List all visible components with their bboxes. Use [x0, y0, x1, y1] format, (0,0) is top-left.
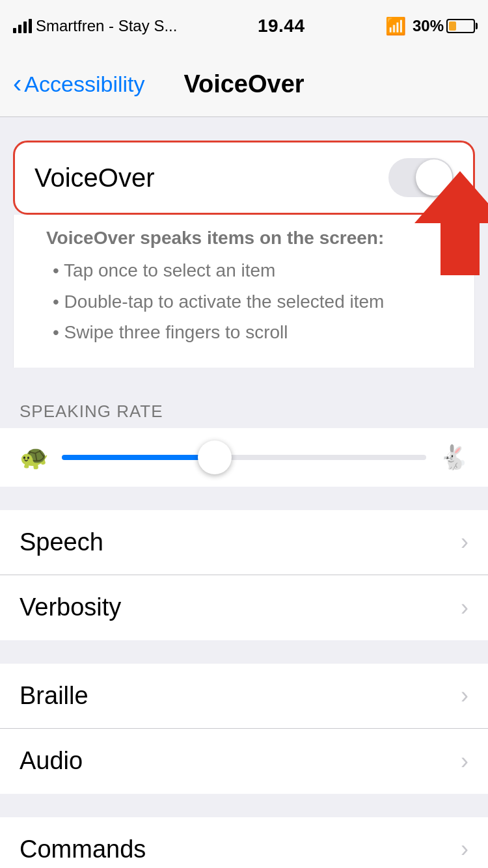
speaking-rate-slider-row[interactable]: 🐢 🐇 [0, 428, 488, 487]
voiceover-desc-text-1: Tap once to select an item [64, 260, 275, 280]
voiceover-desc-title: VoiceOver speaks items on the screen: [46, 228, 442, 249]
speaking-rate-fill [62, 455, 215, 460]
wifi-icon: 📶 [385, 16, 406, 36]
carrier-text: Smartfren - Stay S... [36, 17, 177, 35]
voiceover-desc-item-3: • Swipe three fingers to scroll [46, 317, 442, 348]
section-gap-4 [0, 640, 488, 664]
audio-label: Audio [20, 747, 83, 775]
voiceover-toggle[interactable] [388, 158, 454, 197]
audio-chevron-icon: › [461, 748, 468, 775]
verbosity-chevron-icon: › [461, 594, 468, 621]
toggle-wrapper [388, 158, 454, 197]
voiceover-toggle-row[interactable]: VoiceOver [13, 141, 475, 215]
back-label: Accessibility [24, 72, 144, 97]
page-title: VoiceOver [183, 70, 304, 98]
voiceover-description: VoiceOver speaks items on the screen: • … [27, 215, 461, 368]
status-left: Smartfren - Stay S... [13, 17, 177, 35]
braille-row[interactable]: Braille › [0, 664, 488, 729]
commands-chevron-icon: › [461, 835, 468, 863]
speech-chevron-icon: › [461, 528, 468, 556]
section-gap-top [0, 117, 488, 141]
bullet-icon-2: • [53, 292, 59, 312]
section-gap-2 [0, 368, 488, 391]
voiceover-desc-text-3: Swipe three fingers to scroll [64, 322, 288, 342]
back-button[interactable]: ‹ Accessibility [13, 72, 145, 97]
list-section-1: Speech › Verbosity › [0, 510, 488, 640]
speaking-rate-header: SPEAKING RATE [0, 391, 488, 428]
nav-bar: ‹ Accessibility VoiceOver [0, 52, 488, 117]
speech-row[interactable]: Speech › [0, 510, 488, 575]
commands-row[interactable]: Commands › [0, 817, 488, 868]
section-gap-5 [0, 794, 488, 817]
audio-row[interactable]: Audio › [0, 729, 488, 794]
status-bar: Smartfren - Stay S... 19.44 📶 30% [0, 0, 488, 52]
toggle-thumb [416, 159, 452, 196]
voiceover-desc-item-2: • Double-tap to activate the selected it… [46, 286, 442, 318]
battery-indicator: 30% [413, 17, 475, 35]
slow-icon: 🐢 [20, 444, 49, 471]
commands-label: Commands [20, 835, 146, 863]
battery-fill [449, 21, 456, 31]
braille-chevron-icon: › [461, 682, 468, 709]
speech-label: Speech [20, 528, 103, 556]
section-gap-3 [0, 487, 488, 510]
status-time: 19.44 [258, 16, 305, 36]
voiceover-label: VoiceOver [34, 163, 155, 193]
speaking-rate-thumb[interactable] [198, 441, 232, 474]
battery-icon [446, 19, 475, 33]
voiceover-desc-text-2: Double-tap to activate the selected item [64, 292, 385, 312]
verbosity-label: Verbosity [20, 593, 121, 621]
list-section-3: Commands › Activities › [0, 817, 488, 868]
battery-percent: 30% [413, 17, 444, 35]
speaking-rate-track[interactable] [62, 455, 426, 460]
back-chevron-icon: ‹ [13, 70, 21, 96]
verbosity-row[interactable]: Verbosity › [0, 575, 488, 640]
voiceover-desc-item-1: • Tap once to select an item [46, 255, 442, 286]
braille-label: Braille [20, 682, 88, 710]
bullet-icon-1: • [53, 260, 59, 280]
bullet-icon-3: • [53, 322, 59, 342]
signal-icon [13, 19, 32, 33]
list-section-2: Braille › Audio › [0, 664, 488, 794]
status-right: 📶 30% [385, 16, 475, 36]
fast-icon: 🐇 [439, 444, 468, 471]
